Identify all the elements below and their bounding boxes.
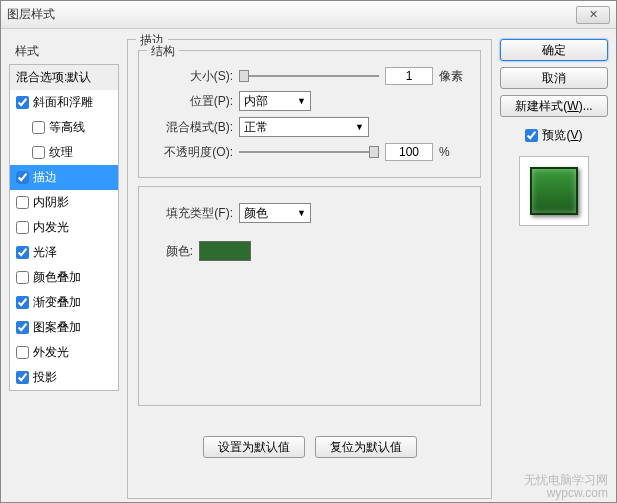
- opacity-unit: %: [439, 145, 450, 159]
- blend-mode-label: 混合模式(B):: [149, 119, 233, 136]
- preview-toggle[interactable]: 预览(V): [500, 127, 608, 144]
- style-item-4[interactable]: 内阴影: [10, 190, 118, 215]
- style-checkbox[interactable]: [16, 171, 29, 184]
- dialog-title: 图层样式: [7, 6, 576, 23]
- styles-panel: 样式 混合选项:默认 斜面和浮雕等高线纹理描边内阴影内发光光泽颜色叠加渐变叠加图…: [9, 39, 119, 492]
- style-label: 内发光: [33, 219, 69, 236]
- chevron-down-icon: ▼: [297, 208, 306, 218]
- size-label: 大小(S):: [149, 68, 233, 85]
- effect-settings-panel: 描边 结构 大小(S): 像素 位置(P):: [127, 39, 492, 492]
- fill-type-label: 填充类型(F):: [149, 205, 233, 222]
- styles-header: 样式: [9, 39, 119, 64]
- blend-mode-value: 正常: [244, 119, 268, 136]
- blend-mode-dropdown[interactable]: 正常 ▼: [239, 117, 369, 137]
- new-style-button[interactable]: 新建样式(W)...: [500, 95, 608, 117]
- size-unit: 像素: [439, 68, 463, 85]
- preview-thumbnail: [530, 167, 578, 215]
- style-label: 外发光: [33, 344, 69, 361]
- style-item-11[interactable]: 投影: [10, 365, 118, 390]
- style-item-5[interactable]: 内发光: [10, 215, 118, 240]
- color-label: 颜色:: [149, 243, 193, 260]
- position-value: 内部: [244, 93, 268, 110]
- new-style-label: 新建样式(W)...: [515, 98, 592, 115]
- style-label: 描边: [33, 169, 57, 186]
- fill-type-dropdown[interactable]: 颜色 ▼: [239, 203, 311, 223]
- style-label: 图案叠加: [33, 319, 81, 336]
- style-label: 投影: [33, 369, 57, 386]
- structure-legend: 结构: [147, 43, 179, 60]
- close-button[interactable]: ✕: [576, 6, 610, 24]
- style-label: 等高线: [49, 119, 85, 136]
- chevron-down-icon: ▼: [297, 96, 306, 106]
- style-checkbox[interactable]: [16, 96, 29, 109]
- style-checkbox[interactable]: [32, 121, 45, 134]
- color-swatch[interactable]: [199, 241, 251, 261]
- style-item-10[interactable]: 外发光: [10, 340, 118, 365]
- style-label: 斜面和浮雕: [33, 94, 93, 111]
- reset-default-button[interactable]: 复位为默认值: [315, 436, 417, 458]
- style-item-1[interactable]: 等高线: [10, 115, 118, 140]
- preview-box: [519, 156, 589, 226]
- preview-checkbox[interactable]: [525, 129, 538, 142]
- style-item-2[interactable]: 纹理: [10, 140, 118, 165]
- style-checkbox[interactable]: [16, 246, 29, 259]
- layer-style-dialog: 图层样式 ✕ 样式 混合选项:默认 斜面和浮雕等高线纹理描边内阴影内发光光泽颜色…: [0, 0, 617, 503]
- style-label: 内阴影: [33, 194, 69, 211]
- style-item-0[interactable]: 斜面和浮雕: [10, 90, 118, 115]
- style-checkbox[interactable]: [16, 296, 29, 309]
- style-label: 纹理: [49, 144, 73, 161]
- fill-fieldset: 填充类型(F): 颜色 ▼ 颜色:: [138, 186, 481, 406]
- style-item-6[interactable]: 光泽: [10, 240, 118, 265]
- position-label: 位置(P):: [149, 93, 233, 110]
- style-checkbox[interactable]: [32, 146, 45, 159]
- size-slider[interactable]: [239, 68, 379, 84]
- opacity-slider[interactable]: [239, 144, 379, 160]
- size-input[interactable]: [385, 67, 433, 85]
- cancel-button[interactable]: 取消: [500, 67, 608, 89]
- style-checkbox[interactable]: [16, 346, 29, 359]
- chevron-down-icon: ▼: [355, 122, 364, 132]
- style-label: 光泽: [33, 244, 57, 261]
- style-label: 颜色叠加: [33, 269, 81, 286]
- style-item-3[interactable]: 描边: [10, 165, 118, 190]
- style-checkbox[interactable]: [16, 196, 29, 209]
- opacity-label: 不透明度(O):: [149, 144, 233, 161]
- style-item-9[interactable]: 图案叠加: [10, 315, 118, 340]
- styles-list: 混合选项:默认 斜面和浮雕等高线纹理描边内阴影内发光光泽颜色叠加渐变叠加图案叠加…: [9, 64, 119, 391]
- blending-options-label: 混合选项:默认: [16, 69, 91, 86]
- stroke-fieldset: 描边 结构 大小(S): 像素 位置(P):: [127, 39, 492, 499]
- style-checkbox[interactable]: [16, 271, 29, 284]
- right-panel: 确定 取消 新建样式(W)... 预览(V): [500, 39, 608, 492]
- style-item-7[interactable]: 颜色叠加: [10, 265, 118, 290]
- structure-fieldset: 结构 大小(S): 像素 位置(P): 内部: [138, 50, 481, 178]
- opacity-input[interactable]: [385, 143, 433, 161]
- watermark: 无忧电脑学习网 wypcw.com: [524, 474, 608, 500]
- style-item-8[interactable]: 渐变叠加: [10, 290, 118, 315]
- ok-button[interactable]: 确定: [500, 39, 608, 61]
- titlebar: 图层样式 ✕: [1, 1, 616, 29]
- position-dropdown[interactable]: 内部 ▼: [239, 91, 311, 111]
- preview-label: 预览(V): [542, 127, 582, 144]
- style-checkbox[interactable]: [16, 321, 29, 334]
- blending-options-row[interactable]: 混合选项:默认: [10, 65, 118, 90]
- set-default-button[interactable]: 设置为默认值: [203, 436, 305, 458]
- fill-type-value: 颜色: [244, 205, 268, 222]
- style-checkbox[interactable]: [16, 371, 29, 384]
- style-checkbox[interactable]: [16, 221, 29, 234]
- style-label: 渐变叠加: [33, 294, 81, 311]
